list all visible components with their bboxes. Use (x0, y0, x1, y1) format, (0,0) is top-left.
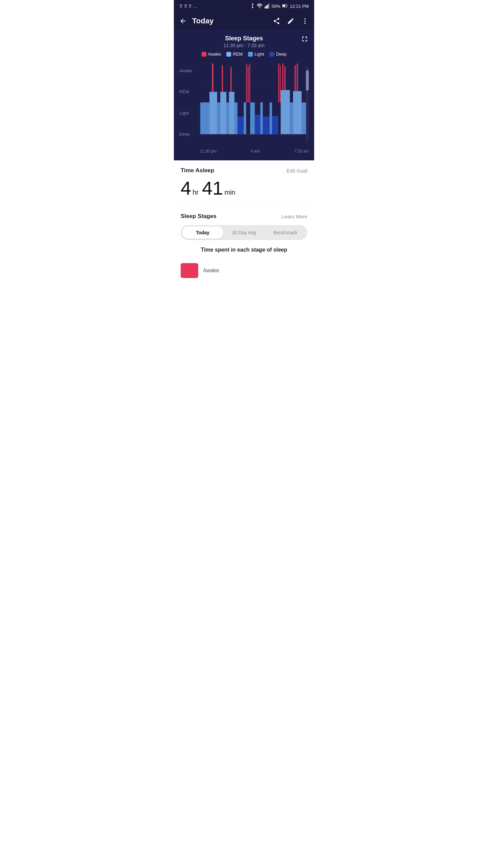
rem-color-dot (226, 52, 231, 57)
signal-icon (265, 3, 269, 9)
sleep-stages-label: Sleep Stages (181, 213, 217, 220)
legend-rem: REM (226, 52, 243, 57)
sleep-tab-group: Today 30 Day Avg Benchmark (181, 225, 307, 240)
svg-rect-30 (260, 102, 263, 134)
header-actions (273, 17, 309, 25)
battery-text: 59% (271, 4, 280, 9)
y-label-deep: Deep (179, 132, 200, 137)
svg-rect-22 (235, 102, 238, 134)
expand-button[interactable] (301, 35, 309, 43)
y-label-light: Light (179, 111, 200, 116)
svg-rect-26 (248, 66, 249, 102)
svg-rect-42 (297, 63, 298, 91)
chart-time-range: 11:30 pm - 7:33 am (179, 43, 309, 48)
stages-header: Sleep Stages Learn More (181, 213, 307, 220)
svg-rect-38 (284, 66, 286, 90)
svg-point-6 (304, 18, 306, 20)
svg-rect-41 (294, 65, 296, 91)
chart-title: Sleep Stages (179, 35, 309, 42)
chart-scrollbar[interactable] (306, 67, 309, 141)
svg-rect-35 (280, 65, 281, 102)
svg-rect-18 (222, 65, 223, 92)
svg-rect-37 (282, 63, 284, 90)
svg-rect-13 (200, 102, 209, 134)
svg-rect-17 (220, 92, 226, 134)
svg-rect-2 (267, 4, 268, 8)
legend-deep: Deep (269, 52, 286, 57)
time-display: 12:21 PM (290, 4, 309, 9)
status-bar: ⠿ ⠿ ⠿ … 59% (174, 0, 314, 13)
svg-rect-14 (209, 92, 217, 134)
stats-header: Time Asleep Edit Goal (181, 167, 307, 174)
svg-rect-33 (272, 116, 278, 134)
x-label-end: 7:33 am (294, 149, 309, 154)
svg-rect-25 (246, 63, 247, 102)
svg-rect-31 (263, 117, 269, 134)
time-asleep-section: Time Asleep Edit Goal 4 hr 41 min (174, 160, 314, 206)
more-button[interactable] (301, 17, 309, 25)
legend-awake-label: Awake (208, 52, 221, 57)
chart-container: Awake REM Light Deep (179, 60, 309, 155)
y-label-awake: Awake (179, 68, 200, 73)
back-button[interactable] (179, 17, 187, 25)
status-right-icons: 59% 12:21 PM (250, 3, 309, 10)
time-asleep-label: Time Asleep (181, 167, 214, 174)
x-label-mid: 4 am (251, 149, 260, 154)
sleep-stages-section: Sleep Stages Learn More Today 30 Day Avg… (174, 206, 314, 288)
svg-rect-34 (278, 63, 279, 102)
svg-rect-1 (266, 5, 267, 8)
time-asleep-value: 4 hr 41 min (181, 179, 307, 198)
deep-color-dot (269, 52, 274, 57)
scrollbar-thumb (306, 70, 309, 91)
stages-description: Time spent in each stage of sleep (181, 247, 307, 253)
svg-rect-28 (250, 102, 255, 134)
header: Today (174, 13, 314, 29)
svg-rect-19 (226, 102, 229, 134)
svg-rect-20 (229, 92, 234, 134)
svg-rect-15 (212, 63, 214, 92)
chart-svg-area (200, 60, 309, 145)
awake-color-dot (202, 52, 206, 57)
legend-light-label: Light (255, 52, 264, 57)
svg-rect-3 (269, 3, 269, 8)
page-title: Today (192, 17, 269, 25)
svg-rect-16 (217, 102, 220, 134)
legend-awake: Awake (202, 52, 221, 57)
chart-legend: Awake REM Light Deep (179, 52, 309, 57)
bluetooth-icon (250, 3, 255, 10)
svg-rect-24 (244, 102, 246, 134)
tab-30-day-avg[interactable]: 30 Day Avg (223, 226, 265, 239)
legend-light: Light (248, 52, 264, 57)
share-button[interactable] (273, 17, 280, 25)
wifi-icon (257, 3, 263, 9)
svg-point-8 (304, 23, 306, 24)
svg-rect-5 (283, 5, 285, 7)
hours-number: 4 (181, 179, 191, 198)
svg-rect-36 (281, 90, 290, 134)
hours-unit: hr (192, 189, 199, 196)
svg-rect-27 (249, 63, 250, 102)
svg-rect-32 (269, 102, 272, 134)
awake-stage-label: Awake (203, 268, 219, 274)
status-left-icons: ⠿ ⠿ ⠿ … (179, 4, 198, 9)
svg-point-7 (304, 20, 306, 22)
edit-goal-button[interactable]: Edit Goal (286, 168, 307, 174)
x-label-start: 11:30 pm (200, 149, 217, 154)
legend-rem-label: REM (233, 52, 243, 57)
minutes-number: 41 (202, 179, 223, 198)
svg-rect-29 (255, 115, 260, 134)
learn-more-button[interactable]: Learn More (281, 214, 307, 219)
light-color-dot (248, 52, 253, 57)
chart-y-axis: Awake REM Light Deep (179, 60, 200, 145)
tab-benchmark[interactable]: Benchmark (265, 226, 306, 239)
svg-rect-23 (238, 117, 244, 134)
tab-today[interactable]: Today (182, 226, 223, 239)
app-icons: ⠿ ⠿ ⠿ … (179, 4, 198, 9)
legend-deep-label: Deep (276, 52, 286, 57)
y-label-rem: REM (179, 89, 200, 94)
svg-rect-0 (265, 6, 266, 8)
minutes-unit: min (224, 189, 235, 196)
chart-x-axis: 11:30 pm 4 am 7:33 am (200, 147, 309, 155)
battery-icon (282, 4, 288, 9)
edit-button[interactable] (287, 17, 294, 25)
